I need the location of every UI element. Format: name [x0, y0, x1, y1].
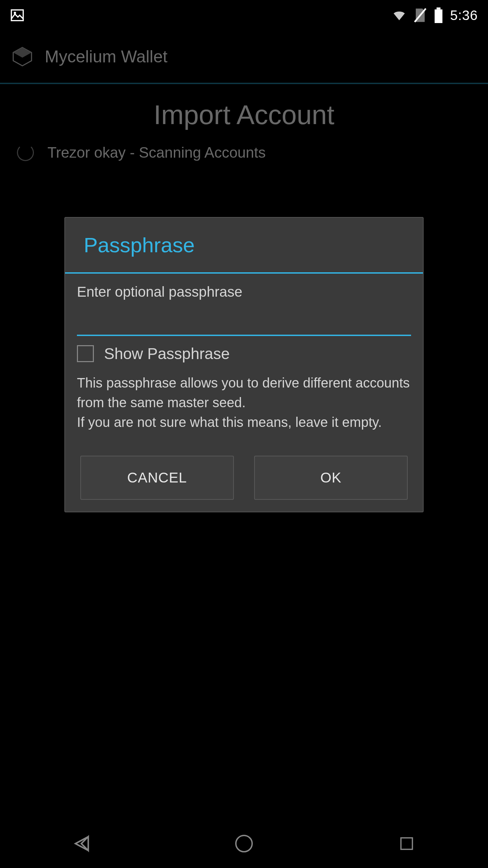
status-clock: 5:36 — [450, 8, 478, 23]
dialog-body: Enter optional passphrase Show Passphras… — [65, 274, 423, 512]
ok-button[interactable]: OK — [254, 456, 408, 500]
nav-home-button[interactable] — [225, 825, 263, 862]
nav-recent-button[interactable] — [388, 825, 425, 862]
wifi-icon — [392, 8, 407, 23]
cancel-button[interactable]: CANCEL — [80, 456, 234, 500]
show-passphrase-checkbox[interactable] — [77, 345, 94, 362]
show-passphrase-row[interactable]: Show Passphrase — [77, 344, 411, 363]
home-icon — [233, 833, 255, 854]
show-passphrase-label: Show Passphrase — [104, 344, 230, 363]
battery-icon — [434, 7, 443, 23]
device-frame: 5:36 Mycelium Wallet Import Account Trez… — [0, 0, 488, 868]
svg-rect-4 — [435, 9, 443, 23]
passphrase-field-label: Enter optional passphrase — [77, 284, 411, 300]
dialog-title: Passphrase — [65, 218, 423, 272]
nav-back-button[interactable] — [63, 825, 100, 862]
app-logo-icon — [10, 44, 35, 69]
app-bar: Mycelium Wallet — [0, 31, 488, 84]
page-title: Import Account — [0, 84, 488, 141]
svg-rect-8 — [401, 838, 412, 849]
dialog-description: This passphrase allows you to derive dif… — [77, 373, 411, 432]
recent-apps-icon — [397, 834, 416, 853]
svg-rect-3 — [436, 7, 441, 9]
status-bar: 5:36 — [0, 0, 488, 31]
app-title: Mycelium Wallet — [45, 47, 167, 66]
svg-point-7 — [236, 835, 252, 852]
passphrase-dialog: Passphrase Enter optional passphrase Sho… — [64, 217, 424, 512]
scanning-status-text: Trezor okay - Scanning Accounts — [47, 144, 266, 161]
navigation-bar — [0, 819, 488, 868]
back-icon — [69, 832, 93, 855]
no-sim-icon — [413, 7, 427, 23]
passphrase-input[interactable] — [77, 307, 411, 336]
svg-point-1 — [14, 12, 16, 14]
svg-marker-6 — [13, 47, 32, 58]
scanning-status-row: Trezor okay - Scanning Accounts — [0, 141, 488, 164]
spinner-icon — [17, 144, 34, 161]
svg-rect-0 — [12, 10, 23, 21]
dialog-button-row: CANCEL OK — [77, 456, 411, 500]
image-icon — [10, 8, 24, 22]
